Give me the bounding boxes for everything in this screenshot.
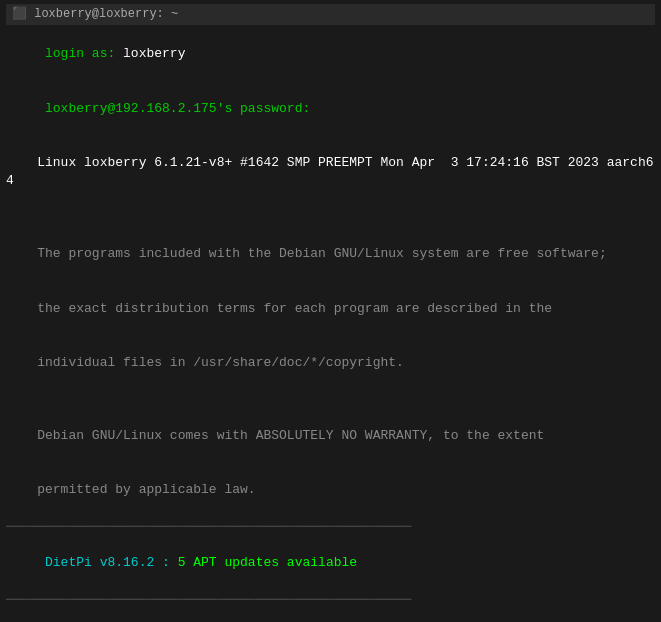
programs-line-2: the exact distribution terms for each pr… xyxy=(6,281,655,336)
warranty-text-2: permitted by applicable law. xyxy=(37,482,255,497)
divider-1: ────────────────────────────────────────… xyxy=(6,518,655,536)
password-prompt-text: loxberry@192.168.2.175's password: xyxy=(37,101,310,116)
password-prompt-line: loxberry@192.168.2.175's password: xyxy=(6,81,655,136)
login-line: login as: loxberry xyxy=(6,27,655,82)
programs-text-3: individual files in /usr/share/doc/*/cop… xyxy=(37,355,404,370)
blank-1 xyxy=(6,209,655,227)
terminal-title-bar: ⬛ loxberry@loxberry: ~ xyxy=(6,4,655,25)
terminal: ⬛ loxberry@loxberry: ~ login as: loxberr… xyxy=(6,4,655,622)
uname-text: Linux loxberry 6.1.21-v8+ #1642 SMP PREE… xyxy=(6,155,654,188)
programs-text-1: The programs included with the Debian GN… xyxy=(37,246,607,261)
programs-text-2: the exact distribution terms for each pr… xyxy=(37,301,552,316)
dietpi-header-line: DietPi v8.16.2 : 5 APT updates available xyxy=(6,536,655,591)
warranty-line-1: Debian GNU/Linux comes with ABSOLUTELY N… xyxy=(6,409,655,464)
blank-3 xyxy=(6,609,655,622)
divider-2: ────────────────────────────────────────… xyxy=(6,591,655,609)
uname-line: Linux loxberry 6.1.21-v8+ #1642 SMP PREE… xyxy=(6,136,655,209)
apt-updates-text: 5 APT updates available xyxy=(178,555,357,570)
dietpi-version-label: DietPi v8.16.2 : xyxy=(37,555,177,570)
terminal-icon: ⬛ xyxy=(12,7,27,21)
login-user: loxberry xyxy=(123,46,185,61)
terminal-title: loxberry@loxberry: ~ xyxy=(34,7,178,21)
warranty-text-1: Debian GNU/Linux comes with ABSOLUTELY N… xyxy=(37,428,544,443)
warranty-line-2: permitted by applicable law. xyxy=(6,463,655,518)
programs-line-3: individual files in /usr/share/doc/*/cop… xyxy=(6,336,655,391)
login-label: login as: xyxy=(37,46,123,61)
blank-2 xyxy=(6,391,655,409)
programs-line-1: The programs included with the Debian GN… xyxy=(6,227,655,282)
